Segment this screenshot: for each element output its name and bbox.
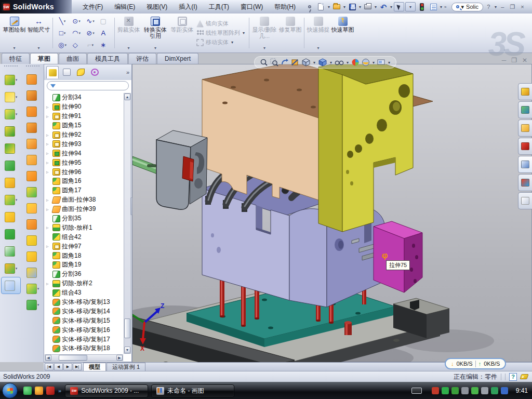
tree-item[interactable]: ▹ 圆角18 — [45, 251, 123, 260]
trim-entities-button[interactable]: 剪裁实体 ▾ — [116, 15, 141, 51]
surface-tool-button[interactable]: ▾ — [23, 184, 43, 200]
task-pane-button[interactable] — [518, 119, 532, 137]
doc-close-button[interactable]: ✕ — [522, 57, 527, 63]
toolbar-overflow-icon[interactable]: » — [444, 5, 446, 9]
scroll-right-button[interactable]: ▶ — [116, 355, 123, 361]
feature-tool-button[interactable]: ▾ — [1, 123, 21, 140]
tree-item[interactable]: ▹ 切除-放样2 — [45, 279, 123, 288]
sketch-entity-button[interactable]: ⊘▾ — [84, 27, 98, 39]
sketch-entity-button[interactable]: ▢▾ — [98, 15, 112, 27]
restore-button[interactable]: ❐ — [508, 3, 517, 11]
surface-tool-button[interactable]: ▾ — [23, 103, 43, 119]
quicklaunch-app-icon[interactable] — [35, 387, 43, 395]
tree-item[interactable]: ▹ 分割35 — [45, 214, 123, 223]
feature-tool-button[interactable]: ▾ — [1, 71, 21, 88]
command-tab[interactable]: 曲面 — [59, 53, 87, 64]
rapid-sketch-button[interactable]: 快速草图 — [330, 15, 355, 51]
sketch-entity-button[interactable]: ◇▾ — [70, 39, 84, 51]
expander-icon[interactable]: ▹ — [46, 244, 51, 249]
tray-icon[interactable] — [491, 387, 498, 394]
command-tab[interactable]: DimXpert — [157, 53, 198, 64]
model-tab[interactable]: 模型 — [83, 363, 106, 371]
tree-item[interactable]: ▹ 圆角15 — [45, 121, 123, 130]
repair-sketch-button[interactable]: 修复草图 — [278, 15, 302, 51]
sketch-entity-button[interactable]: ◎▾ — [56, 39, 70, 51]
sketch-entity-button[interactable]: □▾ — [56, 27, 70, 39]
expander-icon[interactable]: ▹ — [46, 169, 51, 175]
expander-icon[interactable]: ▹ — [46, 207, 51, 212]
doc-restore-button[interactable]: ❐ — [511, 57, 517, 63]
mirror-entities-button[interactable]: 镜向实体 — [196, 20, 245, 28]
expander-icon[interactable]: ▹ — [46, 225, 51, 230]
zoom-area-icon[interactable] — [270, 58, 278, 66]
menu-item[interactable]: 帮助(H) — [269, 3, 301, 11]
convert-entities-button[interactable]: 转换实体引用 ▾ — [141, 15, 170, 51]
quick-snaps-button[interactable]: 快速捕捉 ▾ — [306, 15, 330, 51]
surface-tool-button[interactable]: ▾ — [23, 152, 43, 168]
menu-item[interactable]: 视图(V) — [141, 3, 173, 11]
task-pane-button[interactable] — [518, 138, 532, 155]
expander-icon[interactable]: ▹ — [46, 151, 51, 156]
offset-entities-button[interactable]: 等距实体 — [170, 15, 194, 51]
model-canvas[interactable]: φ Y Z X — [132, 64, 532, 363]
taskbar-task-paint[interactable]: 未命名 - 画图 — [151, 384, 234, 397]
surface-tool-button[interactable]: ▾ — [23, 87, 43, 103]
tree-item[interactable]: ▹ 拉伸91 — [45, 112, 123, 121]
tree-item[interactable]: ▹ 曲面-拉伸39 — [45, 205, 123, 214]
feature-tool-button[interactable]: ▾ — [1, 140, 21, 157]
sketch-entity-button[interactable]: ⌐▾ — [84, 39, 98, 51]
task-pane-button[interactable] — [518, 192, 532, 209]
tray-icon[interactable] — [471, 387, 478, 394]
study-nav-button[interactable]: ▶ — [63, 363, 72, 370]
tab-property-manager[interactable] — [60, 66, 73, 78]
taskbar-task-solidworks[interactable]: SW SolidWorks 2009 - ... — [65, 384, 148, 397]
feature-tool-button[interactable]: ▾ — [1, 191, 21, 208]
tree-item[interactable]: ▹ 实体-移动/复制13 — [45, 298, 123, 307]
feature-tool-button[interactable]: ▾ — [1, 260, 21, 277]
surface-tool-button[interactable]: ▾ — [23, 136, 43, 152]
tray-icon[interactable] — [501, 387, 508, 394]
tree-item[interactable]: ▹ 拉伸95 — [45, 158, 123, 167]
sketch-entity-button[interactable]: ∿▾ — [84, 15, 98, 27]
task-pane-button[interactable] — [518, 101, 532, 118]
new-document-button[interactable] — [316, 2, 326, 11]
minimize-button[interactable]: – — [498, 3, 507, 11]
edit-appearance-icon[interactable] — [351, 58, 360, 66]
display-style-icon[interactable] — [318, 58, 327, 66]
surface-tool-button[interactable]: ▾ — [23, 200, 43, 216]
sketch-entity-button[interactable]: A▾ — [98, 27, 112, 39]
expander-icon[interactable]: ▹ — [46, 114, 51, 119]
doc-minimize-button[interactable]: ─ — [502, 57, 507, 63]
sketch-entity-button[interactable]: ∗▾ — [98, 39, 112, 51]
tab-feature-manager[interactable] — [46, 66, 59, 78]
tag-icon[interactable] — [520, 374, 528, 379]
expander-icon[interactable]: ▹ — [46, 160, 51, 165]
rotate-view-icon[interactable] — [281, 58, 289, 66]
pin-icon[interactable] — [304, 2, 315, 11]
tree-item[interactable]: ▹ 实体-移动/复制14 — [45, 307, 123, 316]
hide-show-items-icon[interactable] — [335, 59, 344, 66]
help-button[interactable]: ? — [484, 3, 493, 11]
tree-item[interactable]: ▹ 组合43 — [45, 288, 123, 298]
rebuild-button[interactable] — [417, 2, 427, 11]
command-tab[interactable]: 模具工具 — [87, 53, 128, 64]
quicklaunch-messenger-icon[interactable] — [23, 387, 32, 395]
tray-icon[interactable] — [442, 387, 449, 394]
feature-tool-button[interactable]: ▾ — [1, 208, 21, 225]
print-button[interactable] — [363, 2, 373, 11]
tree-item[interactable]: ▹ 曲面-拉伸38 — [45, 195, 123, 205]
select-button[interactable] — [394, 2, 404, 11]
surface-tool-button[interactable]: ▾ — [23, 232, 43, 248]
scroll-left-button[interactable]: ◀ — [45, 355, 51, 361]
expander-icon[interactable]: ▹ — [46, 281, 51, 286]
tree-item[interactable]: ▹ 拉伸90 — [45, 102, 123, 112]
tree-item[interactable]: ▹ 拉伸96 — [45, 167, 123, 177]
section-view-icon[interactable] — [291, 58, 299, 66]
tree-item[interactable]: ▹ 拉伸97 — [45, 242, 123, 251]
menu-item[interactable]: 窗口(W) — [235, 3, 269, 11]
panel-chevron-icon[interactable]: » — [126, 69, 129, 75]
tree-item[interactable]: ▹ 圆角16 — [45, 177, 123, 186]
close-button[interactable]: × — [518, 3, 527, 11]
command-tab[interactable]: 特征 — [2, 53, 30, 64]
apply-scene-icon[interactable] — [362, 58, 370, 66]
